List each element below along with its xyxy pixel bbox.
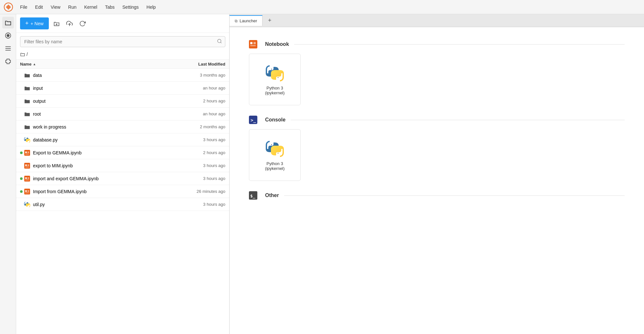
menu-settings[interactable]: Settings <box>119 3 142 11</box>
menu-help[interactable]: Help <box>143 3 159 11</box>
console-python3-label: Python 3(ipykernel) <box>265 161 285 171</box>
sort-arrow-icon: ▲ <box>33 62 36 66</box>
svg-rect-29 <box>253 42 256 44</box>
python-file-icon <box>24 137 30 143</box>
tabs-bar: ⧉ Launcher + <box>230 14 644 27</box>
external-link-icon: ⧉ <box>235 19 238 23</box>
console-section-text: Console <box>265 117 285 123</box>
notebook-section-text: Notebook <box>265 41 289 47</box>
file-name: util.py <box>20 201 167 208</box>
console-icon-inline: >_ <box>249 116 257 124</box>
python-icon <box>265 64 284 83</box>
col-modified-label: Last Modified <box>198 62 225 67</box>
table-row[interactable]: import and export GEMMA.ipynb 3 hours ag… <box>16 172 229 185</box>
svg-rect-17 <box>27 164 29 166</box>
dot-placeholder <box>20 139 23 141</box>
menu-run[interactable]: Run <box>65 3 80 11</box>
file-name-text: data <box>33 73 42 78</box>
activity-commands[interactable] <box>2 43 14 54</box>
menu-edit[interactable]: Edit <box>32 3 46 11</box>
search-input[interactable] <box>20 36 225 47</box>
menu-tabs[interactable]: Tabs <box>102 3 118 11</box>
file-name-text: util.py <box>33 202 45 207</box>
puzzle-icon <box>5 58 12 65</box>
file-panel: + + New <box>16 14 230 334</box>
console-python3-card[interactable]: Python 3(ipykernel) <box>249 129 301 181</box>
svg-rect-16 <box>25 164 27 166</box>
launcher-tab[interactable]: ⧉ Launcher <box>230 15 263 26</box>
modified-dot <box>20 151 23 154</box>
folder-icon <box>24 85 30 91</box>
file-modified: 2 hours ago <box>167 99 225 103</box>
file-name: export to MIM.ipynb <box>20 162 167 169</box>
table-row[interactable]: root an hour ago <box>16 108 229 120</box>
file-modified: an hour ago <box>167 111 225 116</box>
file-name-text: root <box>33 111 41 117</box>
add-tab-button[interactable]: + <box>264 15 275 26</box>
notebook-python3-card[interactable]: Python 3(ipykernel) <box>249 54 301 105</box>
svg-rect-26 <box>25 193 29 193</box>
folder-icon <box>24 124 30 130</box>
svg-point-34 <box>278 77 278 78</box>
folder-icon <box>24 72 30 78</box>
menu-kernel[interactable]: Kernel <box>81 3 100 11</box>
activity-files[interactable] <box>2 17 14 28</box>
new-folder-button[interactable] <box>51 18 62 29</box>
upload-button[interactable] <box>64 18 75 29</box>
file-name-text: output <box>33 99 46 104</box>
file-name: input <box>20 85 167 91</box>
new-button[interactable]: + + New <box>20 17 49 29</box>
app-logo <box>4 3 13 12</box>
table-row[interactable]: export to MIM.ipynb 3 hours ago <box>16 159 229 172</box>
file-name: database.py <box>20 137 167 143</box>
right-panel: ⧉ Launcher + Notebook <box>230 14 644 334</box>
file-name-text: work in progress <box>33 124 66 130</box>
file-modified: an hour ago <box>167 86 225 90</box>
other-section-text: Other <box>265 193 279 198</box>
modified-dot <box>20 177 23 180</box>
table-row[interactable]: output 2 hours ago <box>16 95 229 108</box>
activity-bar <box>0 14 16 334</box>
table-row[interactable]: data 3 months ago <box>16 69 229 82</box>
notebook-python3-label: Python 3(ipykernel) <box>265 86 285 95</box>
file-name-text: export to MIM.ipynb <box>33 163 73 168</box>
activity-extensions[interactable] <box>2 56 14 67</box>
dot-placeholder <box>20 203 23 206</box>
new-folder-icon <box>53 20 60 27</box>
other-section-label: $_ Other <box>249 191 625 200</box>
file-name: root <box>20 111 167 117</box>
file-modified: 2 months ago <box>167 124 225 129</box>
svg-rect-21 <box>27 177 29 179</box>
col-modified-header[interactable]: Last Modified <box>167 62 225 67</box>
table-row[interactable]: Export to GEMMA.ipynb 2 hours ago <box>16 146 229 159</box>
folder-icon <box>5 19 12 26</box>
svg-point-38 <box>271 144 272 145</box>
dot-placeholder <box>20 164 23 167</box>
other-section-icon: $_ <box>249 191 257 200</box>
file-name: Export to GEMMA.ipynb <box>20 150 167 156</box>
file-modified: 3 hours ago <box>167 202 225 207</box>
python-icon-2 <box>265 139 284 159</box>
svg-point-32 <box>271 69 272 69</box>
table-row[interactable]: util.py 3 hours ago <box>16 198 229 211</box>
activity-running[interactable] <box>2 30 14 41</box>
table-row[interactable]: database.py 3 hours ago <box>16 133 229 146</box>
dot-placeholder <box>20 87 23 89</box>
file-modified: 3 hours ago <box>167 176 225 181</box>
upload-icon <box>66 20 73 27</box>
col-name-header[interactable]: Name ▲ <box>20 62 167 67</box>
breadcrumb-folder-icon <box>20 52 25 57</box>
svg-rect-27 <box>249 40 257 48</box>
file-modified: 3 months ago <box>167 73 225 78</box>
menu-view[interactable]: View <box>48 3 64 11</box>
menu-file[interactable]: File <box>17 3 31 11</box>
search-icon <box>217 39 222 45</box>
table-row[interactable]: work in progress 2 months ago <box>16 120 229 133</box>
refresh-button[interactable] <box>77 18 88 29</box>
table-row[interactable]: Import from GEMMA.ipynb 26 minutes ago <box>16 185 229 198</box>
notebook-file-icon <box>24 175 30 182</box>
table-row[interactable]: input an hour ago <box>16 82 229 95</box>
file-name-text: import and export GEMMA.ipynb <box>33 176 99 181</box>
svg-rect-20 <box>25 177 27 179</box>
svg-rect-18 <box>25 167 29 167</box>
